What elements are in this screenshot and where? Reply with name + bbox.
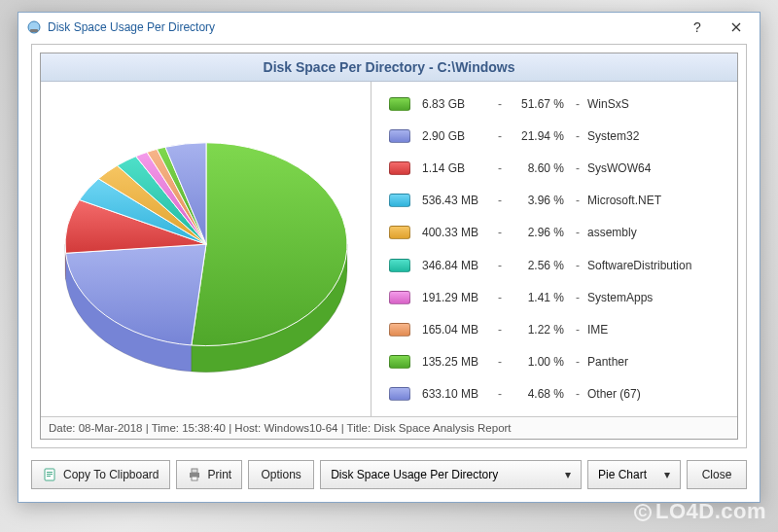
- svg-rect-1: [30, 29, 38, 32]
- svg-rect-4: [47, 474, 53, 475]
- legend-name: assembly: [587, 226, 725, 239]
- report-title: Disk Space Per Directory - C:\Windows: [41, 53, 737, 82]
- legend-row: 1.14 GB-8.60 %-SysWOW64: [389, 154, 725, 183]
- legend-row: 191.29 MB-1.41 %-SystemApps: [389, 283, 725, 312]
- clipboard-icon: [42, 467, 57, 482]
- legend-row: 135.25 MB-1.00 %-Panther: [389, 347, 725, 376]
- legend-percent: 4.68 %: [512, 387, 568, 401]
- legend-row: 536.43 MB-3.96 %-Microsoft.NET: [389, 186, 725, 215]
- legend-size: 536.43 MB: [422, 194, 498, 207]
- legend: 6.83 GB-51.67 %-WinSxS2.90 GB-21.94 %-Sy…: [371, 82, 737, 416]
- legend-percent: 1.00 %: [512, 355, 568, 369]
- legend-name: SysWOW64: [587, 161, 725, 175]
- close-label: Close: [702, 468, 732, 481]
- svg-rect-7: [192, 469, 197, 473]
- legend-row: 400.33 MB-2.96 %-assembly: [389, 218, 725, 247]
- legend-swatch: [389, 161, 410, 175]
- legend-swatch: [389, 194, 410, 207]
- legend-name: Other (67): [587, 387, 725, 401]
- legend-row: 633.10 MB-4.68 %-Other (67): [389, 379, 725, 408]
- close-button[interactable]: Close: [687, 460, 747, 489]
- pie-chart: [55, 108, 357, 390]
- legend-name: SystemApps: [587, 291, 725, 304]
- legend-row: 2.90 GB-21.94 %-System32: [389, 122, 725, 151]
- legend-name: SoftwareDistribution: [587, 259, 725, 272]
- report-type-select[interactable]: Disk Space Usage Per Directory ▾: [320, 460, 582, 489]
- legend-name: WinSxS: [587, 97, 725, 111]
- legend-name: Microsoft.NET: [587, 194, 725, 207]
- legend-swatch: [389, 226, 410, 239]
- legend-size: 400.33 MB: [422, 226, 498, 239]
- legend-swatch: [389, 97, 410, 111]
- legend-percent: 21.94 %: [512, 129, 568, 143]
- content-frame: Disk Space Per Directory - C:\Windows 6.…: [31, 44, 747, 448]
- legend-swatch: [389, 259, 410, 272]
- svg-rect-3: [47, 472, 53, 473]
- legend-percent: 1.22 %: [512, 323, 568, 337]
- print-label: Print: [208, 468, 232, 481]
- svg-rect-8: [192, 477, 197, 480]
- window-title: Disk Space Usage Per Directory: [48, 20, 678, 34]
- legend-size: 191.29 MB: [422, 291, 498, 304]
- legend-size: 633.10 MB: [422, 387, 498, 401]
- legend-size: 135.25 MB: [422, 355, 498, 369]
- chevron-down-icon: ▾: [559, 468, 577, 481]
- copy-to-clipboard-label: Copy To Clipboard: [63, 468, 159, 481]
- legend-size: 2.90 GB: [422, 129, 498, 143]
- pie-chart-area: [41, 82, 371, 416]
- legend-row: 346.84 MB-2.56 %-SoftwareDistribution: [389, 251, 725, 280]
- svg-rect-5: [47, 476, 51, 477]
- legend-percent: 2.56 %: [512, 259, 568, 272]
- legend-percent: 3.96 %: [512, 194, 568, 207]
- pie-slice: [65, 244, 205, 345]
- legend-swatch: [389, 291, 410, 304]
- button-bar: Copy To Clipboard Print Options Disk Spa…: [31, 460, 747, 489]
- options-button[interactable]: Options: [248, 460, 314, 489]
- legend-size: 346.84 MB: [422, 259, 498, 272]
- legend-row: 165.04 MB-1.22 %-IME: [389, 315, 725, 344]
- legend-percent: 51.67 %: [512, 97, 568, 111]
- legend-size: 1.14 GB: [422, 161, 498, 175]
- report-type-value: Disk Space Usage Per Directory: [331, 468, 559, 481]
- legend-name: IME: [587, 323, 725, 337]
- legend-swatch: [389, 129, 410, 143]
- legend-swatch: [389, 387, 410, 401]
- close-window-button[interactable]: [717, 14, 756, 41]
- legend-name: System32: [587, 129, 725, 143]
- app-icon: [26, 19, 42, 35]
- legend-swatch: [389, 323, 410, 337]
- titlebar: Disk Space Usage Per Directory ?: [18, 13, 760, 42]
- options-label: Options: [262, 468, 301, 481]
- report-box: Disk Space Per Directory - C:\Windows 6.…: [40, 53, 738, 440]
- report-body: 6.83 GB-51.67 %-WinSxS2.90 GB-21.94 %-Sy…: [41, 82, 737, 417]
- copy-to-clipboard-button[interactable]: Copy To Clipboard: [31, 460, 170, 489]
- legend-name: Panther: [587, 355, 725, 369]
- legend-size: 6.83 GB: [422, 97, 498, 111]
- report-footer: Date: 08-Mar-2018 | Time: 15:38:40 | Hos…: [41, 417, 737, 439]
- legend-row: 6.83 GB-51.67 %-WinSxS: [389, 89, 725, 119]
- help-button[interactable]: ?: [678, 14, 717, 41]
- chevron-down-icon: ▾: [658, 468, 676, 481]
- legend-size: 165.04 MB: [422, 323, 498, 337]
- dialog-window: Disk Space Usage Per Directory ? Disk Sp…: [18, 12, 760, 503]
- print-button[interactable]: Print: [176, 460, 243, 489]
- legend-percent: 2.96 %: [512, 226, 568, 239]
- legend-swatch: [389, 355, 410, 369]
- legend-percent: 8.60 %: [512, 161, 568, 175]
- chart-type-value: Pie Chart: [598, 468, 658, 481]
- legend-percent: 1.41 %: [512, 291, 568, 304]
- printer-icon: [187, 467, 202, 482]
- chart-type-select[interactable]: Pie Chart ▾: [587, 460, 681, 489]
